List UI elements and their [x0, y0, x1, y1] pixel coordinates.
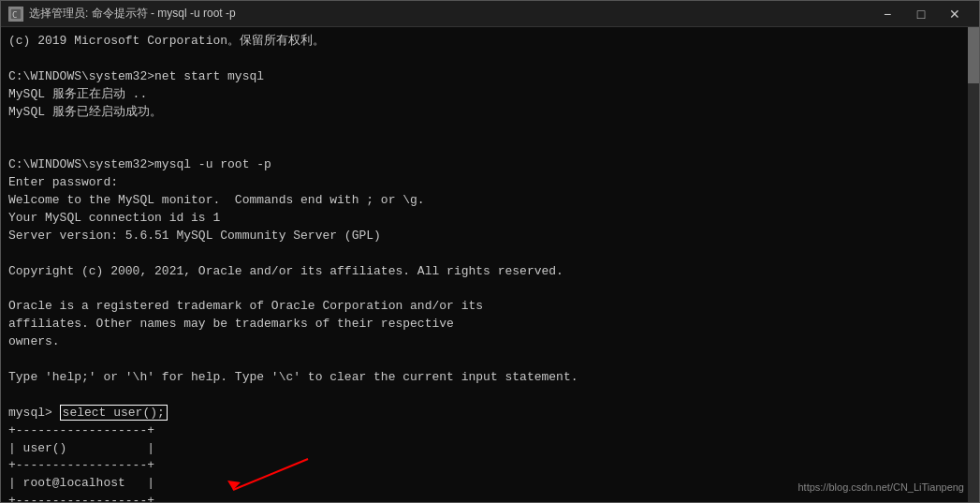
line-server-version: Server version: 5.6.51 MySQL Community S… [8, 228, 960, 245]
line-copyright: (c) 2019 Microsoft Corporation。保留所有权利。 [8, 33, 960, 51]
line-mysql-cmd: C:\WINDOWS\system32>mysql -u root -p [8, 156, 960, 174]
scrollbar-thumb[interactable] [968, 27, 979, 83]
line-oracle1: Oracle is a registered trademark of Orac… [8, 298, 960, 316]
line-welcome: Welcome to the MySQL monitor. Commands e… [8, 192, 960, 210]
line-mysql-started: MySQL 服务已经启动成功。 [8, 104, 960, 122]
line-table-top: +------------------+ [8, 422, 960, 440]
line-empty-5 [8, 280, 960, 298]
line-copyright2: Copyright (c) 2000, 2021, Oracle and/or … [8, 263, 960, 281]
line-table-mid: +------------------+ [8, 457, 960, 475]
line-empty-6 [8, 351, 960, 369]
line-conn-id: Your MySQL connection id is 1 [8, 210, 960, 228]
line-empty-2 [8, 121, 960, 139]
line-enter-password: Enter password: [8, 174, 960, 192]
line-help-hint: Type 'help;' or '\h' for help. Type '\c'… [8, 369, 960, 387]
line-oracle3: owners. [8, 333, 960, 351]
window-controls: − □ ✕ [870, 1, 972, 27]
svg-text:C: C [12, 10, 17, 20]
close-button[interactable]: ✕ [938, 1, 972, 27]
line-empty-3 [8, 139, 960, 156]
line-empty-7 [8, 387, 960, 405]
line-empty-4 [8, 245, 960, 263]
window-title: 选择管理员: 命令提示符 - mysql -u root -p [29, 6, 870, 22]
line-mysql-starting: MySQL 服务正在启动 .. [8, 86, 960, 104]
line-empty-1 [8, 51, 960, 68]
line-oracle2: affiliates. Other names may be trademark… [8, 316, 960, 333]
line-table-header: | user() | [8, 440, 960, 458]
line-select-user: mysql> select user(); [8, 405, 960, 422]
line-net-start: C:\WINDOWS\system32>net start mysql [8, 68, 960, 86]
watermark: https://blog.csdn.net/CN_LiTianpeng [797, 481, 964, 495]
window-icon: C [8, 7, 23, 22]
maximize-button[interactable]: □ [904, 1, 938, 27]
minimize-button[interactable]: − [870, 1, 904, 27]
titlebar: C 选择管理员: 命令提示符 - mysql -u root -p − □ ✕ [1, 1, 979, 27]
terminal-content: (c) 2019 Microsoft Corporation。保留所有权利。 C… [1, 27, 968, 502]
scrollbar[interactable] [968, 27, 979, 502]
cmd-window: C 选择管理员: 命令提示符 - mysql -u root -p − □ ✕ … [0, 0, 980, 503]
terminal-body[interactable]: (c) 2019 Microsoft Corporation。保留所有权利。 C… [1, 27, 979, 502]
